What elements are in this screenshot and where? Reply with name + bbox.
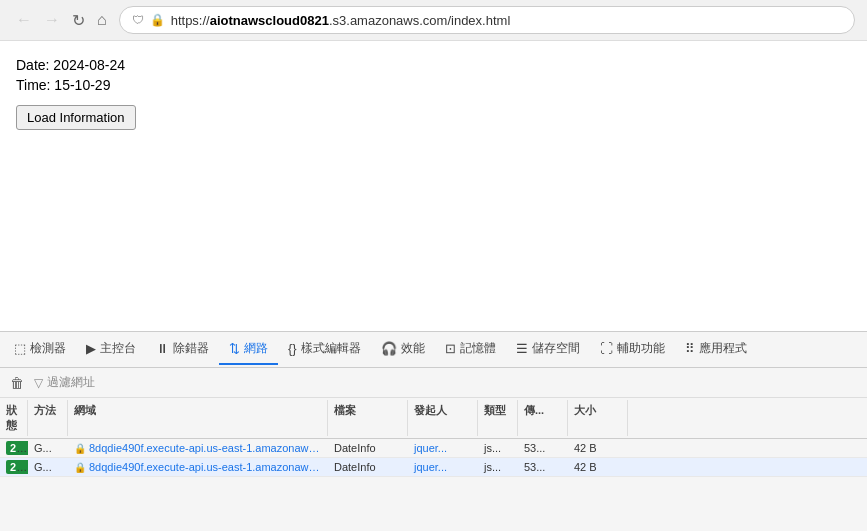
cell-status: 200 <box>0 439 28 457</box>
reload-button[interactable]: ↻ <box>68 9 89 32</box>
filter-input-area: ▽ 過濾網址 <box>34 374 95 391</box>
tab-performance[interactable]: 🎧 效能 <box>371 334 435 365</box>
lock-icon: 🔒 <box>150 13 165 27</box>
header-initiator: 發起人 <box>408 400 478 436</box>
tab-memory[interactable]: ⊡ 記憶體 <box>435 334 506 365</box>
home-button[interactable]: ⌂ <box>93 9 111 31</box>
tab-accessibility-label: 輔助功能 <box>617 340 665 357</box>
cell-file: DateInfo <box>328 439 408 457</box>
clear-network-button[interactable]: 🗑 <box>8 373 26 393</box>
cell-initiator: jquer... <box>408 439 478 457</box>
tab-storage[interactable]: ☰ 儲存空間 <box>506 334 590 365</box>
inspector-icon: ⬚ <box>14 341 26 356</box>
row-lock-icon: 🔒 <box>74 462 86 473</box>
cell-size: 42 B <box>568 439 628 457</box>
date-display: Date: 2024-08-24 <box>16 57 851 73</box>
tab-console-label: 主控台 <box>100 340 136 357</box>
performance-icon: 🎧 <box>381 341 397 356</box>
cell-initiator: jquer... <box>408 458 478 476</box>
domain-secure-wrapper: 🔒 8dqdie490f.execute-api.us-east-1.amazo… <box>74 442 322 454</box>
cell-method: G... <box>28 458 68 476</box>
cell-transfer: 53... <box>518 458 568 476</box>
cell-domain: 🔒 8dqdie490f.execute-api.us-east-1.amazo… <box>68 458 328 476</box>
tab-storage-label: 儲存空間 <box>532 340 580 357</box>
tab-inspector[interactable]: ⬚ 檢測器 <box>4 334 76 365</box>
header-status: 狀態 <box>0 400 28 436</box>
accessibility-icon: ⛶ <box>600 341 613 356</box>
cell-transfer: 53... <box>518 439 568 457</box>
cell-size: 42 B <box>568 458 628 476</box>
header-domain: 網域 <box>68 400 328 436</box>
page-content: Date: 2024-08-24 Time: 15-10-29 Load Inf… <box>0 41 867 331</box>
address-suffix: .s3.amazonaws.com/index.html <box>329 13 510 28</box>
tab-accessibility[interactable]: ⛶ 輔助功能 <box>590 334 675 365</box>
network-table-header: 狀態 方法 網域 檔案 發起人 類型 傳... 大小 <box>0 398 867 439</box>
tab-console[interactable]: ▶ 主控台 <box>76 334 146 365</box>
debugger-icon: ⏸ <box>156 341 169 356</box>
cell-type: js... <box>478 439 518 457</box>
memory-icon: ⊡ <box>445 341 456 356</box>
load-information-button[interactable]: Load Information <box>16 105 136 130</box>
filter-label: 過濾網址 <box>47 374 95 391</box>
status-badge-200: 200 <box>6 460 28 474</box>
tab-debugger[interactable]: ⏸ 除錯器 <box>146 334 219 365</box>
header-file: 檔案 <box>328 400 408 436</box>
status-badge-200: 200 <box>6 441 28 455</box>
cell-status: 200 <box>0 458 28 476</box>
cell-file: DateInfo <box>328 458 408 476</box>
browser-chrome: ← → ↻ ⌂ 🛡 🔒 https://aiotnawscloud0821.s3… <box>0 0 867 41</box>
address-text: https://aiotnawscloud0821.s3.amazonaws.c… <box>171 13 842 28</box>
devtools-tab-bar: ⬚ 檢測器 ▶ 主控台 ⏸ 除錯器 ⇅ 網路 {} 樣式編輯器 🎧 效能 ⊡ 記… <box>0 332 867 368</box>
address-bar[interactable]: 🛡 🔒 https://aiotnawscloud0821.s3.amazona… <box>119 6 855 34</box>
domain-url-text: 8dqdie490f.execute-api.us-east-1.amazona… <box>89 442 322 454</box>
time-display: Time: 15-10-29 <box>16 77 851 93</box>
apps-icon: ⠿ <box>685 341 695 356</box>
console-icon: ▶ <box>86 341 96 356</box>
tab-apps-label: 應用程式 <box>699 340 747 357</box>
header-size: 大小 <box>568 400 628 436</box>
header-method: 方法 <box>28 400 68 436</box>
forward-button[interactable]: → <box>40 9 64 31</box>
header-transfer: 傳... <box>518 400 568 436</box>
tab-memory-label: 記憶體 <box>460 340 496 357</box>
cell-method: G... <box>28 439 68 457</box>
nav-buttons: ← → ↻ ⌂ <box>12 9 111 32</box>
tab-inspector-label: 檢測器 <box>30 340 66 357</box>
tab-style-label: 樣式編輯器 <box>301 340 361 357</box>
security-shield-icon: 🛡 <box>132 13 144 27</box>
style-icon: {} <box>288 341 297 356</box>
cell-type: js... <box>478 458 518 476</box>
header-type: 類型 <box>478 400 518 436</box>
table-row[interactable]: 200 G... 🔒 8dqdie490f.execute-api.us-eas… <box>0 439 867 458</box>
tab-apps[interactable]: ⠿ 應用程式 <box>675 334 757 365</box>
storage-icon: ☰ <box>516 341 528 356</box>
tab-style-editor[interactable]: {} 樣式編輯器 <box>278 334 371 365</box>
tab-debugger-label: 除錯器 <box>173 340 209 357</box>
tab-performance-label: 效能 <box>401 340 425 357</box>
tab-network-label: 網路 <box>244 340 268 357</box>
row-lock-icon: 🔒 <box>74 443 86 454</box>
cell-domain: 🔒 8dqdie490f.execute-api.us-east-1.amazo… <box>68 439 328 457</box>
domain-secure-wrapper: 🔒 8dqdie490f.execute-api.us-east-1.amazo… <box>74 461 322 473</box>
back-button[interactable]: ← <box>12 9 36 31</box>
browser-toolbar: ← → ↻ ⌂ 🛡 🔒 https://aiotnawscloud0821.s3… <box>0 0 867 40</box>
tab-network[interactable]: ⇅ 網路 <box>219 334 278 365</box>
address-domain: aiotnawscloud0821 <box>210 13 329 28</box>
network-icon: ⇅ <box>229 341 240 356</box>
network-table: 狀態 方法 網域 檔案 發起人 類型 傳... 大小 200 G... 🔒 8d… <box>0 398 867 531</box>
network-toolbar: 🗑 ▽ 過濾網址 <box>0 368 867 398</box>
domain-url-text: 8dqdie490f.execute-api.us-east-1.amazona… <box>89 461 322 473</box>
filter-icon: ▽ <box>34 376 43 390</box>
devtools-panel: ⬚ 檢測器 ▶ 主控台 ⏸ 除錯器 ⇅ 網路 {} 樣式編輯器 🎧 效能 ⊡ 記… <box>0 331 867 531</box>
table-row[interactable]: 200 G... 🔒 8dqdie490f.execute-api.us-eas… <box>0 458 867 477</box>
